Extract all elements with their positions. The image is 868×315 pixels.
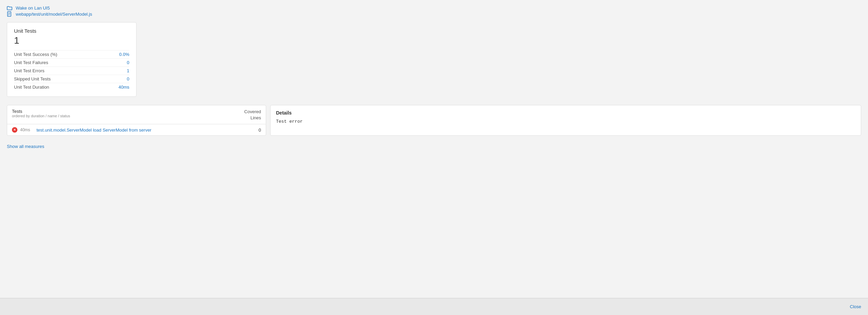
breadcrumb-file-path: webapp/test/unit/model/ServerModel.js bbox=[16, 12, 92, 17]
metric-row-errors: Unit Test Errors 1 bbox=[14, 66, 129, 75]
metric-value-skipped: 0 bbox=[127, 76, 129, 81]
footer: Close bbox=[0, 298, 868, 315]
file-icon bbox=[7, 11, 12, 17]
metric-row-failures: Unit Test Failures 0 bbox=[14, 58, 129, 66]
metric-value-errors: 1 bbox=[127, 68, 129, 73]
tests-panel-header: Tests ordered by duration / name / statu… bbox=[7, 105, 266, 124]
folder-icon bbox=[7, 6, 12, 11]
metric-label-duration: Unit Test Duration bbox=[14, 85, 49, 90]
close-button[interactable]: Close bbox=[850, 304, 861, 309]
metric-row-duration: Unit Test Duration 40ms bbox=[14, 83, 129, 91]
metric-label-skipped: Skipped Unit Tests bbox=[14, 76, 50, 81]
breadcrumb: Wake on Lan UI5 webapp/test/unit/model/S… bbox=[7, 5, 861, 17]
breadcrumb-project[interactable]: Wake on Lan UI5 bbox=[7, 5, 861, 11]
metric-value-failures: 0 bbox=[127, 60, 129, 65]
metric-row-success: Unit Test Success (%) 0.0% bbox=[14, 50, 129, 58]
metric-value-success: 0.0% bbox=[119, 52, 129, 57]
metric-value-duration: 40ms bbox=[118, 85, 129, 90]
tests-panel: Tests ordered by duration / name / statu… bbox=[7, 105, 266, 136]
breadcrumb-project-name: Wake on Lan UI5 bbox=[16, 5, 50, 11]
details-title: Details bbox=[276, 110, 855, 116]
test-name[interactable]: test.unit.model.ServerModel load ServerM… bbox=[37, 127, 251, 133]
tests-header-left: Tests ordered by duration / name / statu… bbox=[12, 109, 70, 118]
middle-actions: Show all measures bbox=[7, 142, 861, 154]
tests-covered-lines-header: CoveredLines bbox=[244, 109, 261, 121]
test-covered-lines: 0 bbox=[254, 127, 261, 133]
unit-tests-card: Unit Tests 1 Unit Test Success (%) 0.0% … bbox=[7, 22, 136, 97]
details-panel: Details Test error bbox=[270, 105, 861, 136]
table-row: 40ms test.unit.model.ServerModel load Se… bbox=[7, 124, 266, 135]
tests-header-title: Tests bbox=[12, 109, 70, 114]
breadcrumb-file[interactable]: webapp/test/unit/model/ServerModel.js bbox=[7, 11, 861, 17]
tests-header-subtitle: ordered by duration / name / status bbox=[12, 114, 70, 118]
bottom-section: Tests ordered by duration / name / statu… bbox=[7, 105, 861, 136]
metric-row-skipped: Skipped Unit Tests 0 bbox=[14, 75, 129, 83]
metric-label-errors: Unit Test Errors bbox=[14, 68, 44, 73]
details-content: Test error bbox=[276, 119, 855, 124]
unit-tests-count: 1 bbox=[14, 35, 129, 46]
metric-label-success: Unit Test Success (%) bbox=[14, 52, 57, 57]
metric-label-failures: Unit Test Failures bbox=[14, 60, 48, 65]
test-error-icon bbox=[12, 127, 17, 133]
unit-tests-title: Unit Tests bbox=[14, 28, 129, 34]
test-duration: 40ms bbox=[20, 127, 34, 132]
show-all-measures-link[interactable]: Show all measures bbox=[7, 144, 44, 149]
